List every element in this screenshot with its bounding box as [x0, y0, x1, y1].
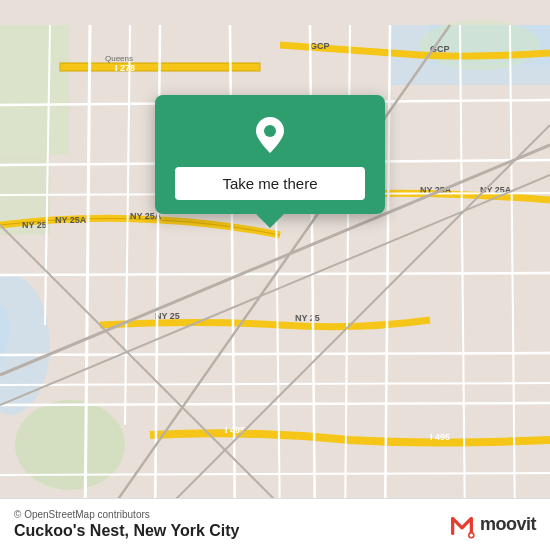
- map-background: I 278 NY 25A NY 25A NY 25A NY 25A NY 25 …: [0, 0, 550, 550]
- svg-text:NY 25: NY 25: [295, 313, 320, 323]
- svg-text:I 278: I 278: [115, 63, 135, 73]
- svg-point-7: [15, 400, 125, 490]
- take-me-there-button[interactable]: Take me there: [175, 167, 365, 200]
- map-container: I 278 NY 25A NY 25A NY 25A NY 25A NY 25 …: [0, 0, 550, 550]
- svg-text:I 495: I 495: [430, 432, 450, 442]
- svg-text:NY 25A: NY 25A: [55, 215, 87, 225]
- moovit-text: moovit: [480, 514, 536, 535]
- svg-point-51: [470, 533, 473, 536]
- svg-text:Queens: Queens: [105, 54, 133, 63]
- location-name: Cuckoo's Nest, New York City: [14, 522, 240, 540]
- map-pin-icon: [248, 113, 292, 157]
- moovit-logo: moovit: [448, 511, 536, 539]
- svg-point-48: [264, 125, 276, 137]
- osm-attribution: © OpenStreetMap contributors: [14, 509, 240, 520]
- svg-rect-4: [0, 25, 70, 155]
- moovit-icon: [448, 511, 476, 539]
- svg-text:NY 25: NY 25: [155, 311, 180, 321]
- svg-text:NY 25: NY 25: [22, 220, 47, 230]
- bottom-left: © OpenStreetMap contributors Cuckoo's Ne…: [14, 509, 240, 540]
- svg-text:GCP: GCP: [310, 41, 330, 51]
- bottom-bar: © OpenStreetMap contributors Cuckoo's Ne…: [0, 498, 550, 550]
- popup-card: Take me there: [155, 95, 385, 214]
